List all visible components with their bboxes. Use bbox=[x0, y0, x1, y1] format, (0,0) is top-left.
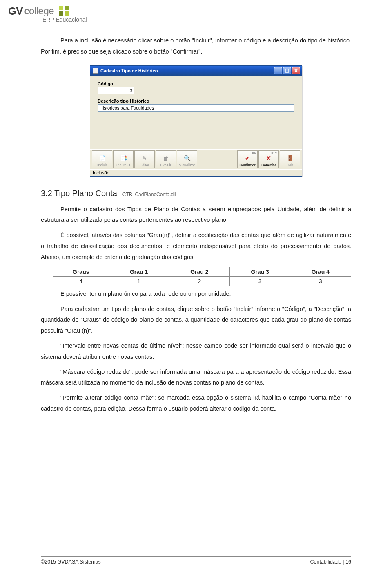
document-icon: 📄 bbox=[98, 154, 106, 162]
page-header: GVcollege ERP Educacional bbox=[0, 0, 392, 23]
paragraph-2: É possível, através das colunas "Grau(n)… bbox=[41, 230, 351, 262]
footer-page: Contabilidade | 16 bbox=[310, 559, 351, 565]
minimize-button[interactable] bbox=[274, 67, 282, 74]
excluir-button[interactable]: 🗑 Excluir bbox=[156, 150, 176, 168]
table-header: Grau 3 bbox=[230, 267, 290, 276]
paragraph-3: É possível ter um plano único para toda … bbox=[41, 288, 351, 300]
footer-copyright: ©2015 GVDASA Sistemas bbox=[41, 559, 101, 565]
sair-button[interactable]: 🚪 Sair bbox=[280, 150, 300, 168]
documents-icon: 📑 bbox=[119, 154, 127, 162]
logo-college-text: college bbox=[24, 5, 54, 17]
edit-icon: ✎ bbox=[140, 154, 149, 162]
descricao-label: Descrição tipo Histórico bbox=[98, 98, 294, 103]
intro-paragraph: Para a inclusão é necessário clicar sobr… bbox=[41, 35, 351, 57]
cancelar-button[interactable]: F12 ✘ Cancelar bbox=[258, 150, 279, 168]
maximize-button[interactable] bbox=[283, 67, 291, 74]
paragraph-5: "Intervalo entre novas contas do último … bbox=[41, 340, 351, 362]
table-row: 4 1 2 3 3 bbox=[53, 276, 351, 286]
svg-rect-2 bbox=[59, 11, 63, 16]
logo: GVcollege bbox=[8, 4, 384, 18]
window-toolbar: 📄 Incluir 📑 Inc. Mult ✎ Editar 🗑 Excluir bbox=[90, 149, 302, 169]
table-header: Grau 2 bbox=[169, 267, 229, 276]
svg-rect-3 bbox=[65, 11, 69, 16]
check-icon: ✔ bbox=[243, 154, 252, 162]
document-content: Para a inclusão é necessário clicar sobr… bbox=[0, 23, 392, 427]
section-heading: 3.2 Tipo Plano Conta - CTB_CadPlanoConta… bbox=[41, 189, 351, 198]
logo-gv-text: GV bbox=[8, 5, 23, 18]
editar-button[interactable]: ✎ Editar bbox=[134, 150, 155, 168]
table-cell: 4 bbox=[53, 276, 109, 286]
window-body: Código Descrição tipo Histórico bbox=[90, 76, 302, 149]
confirmar-button[interactable]: F9 ✔ Confirmar bbox=[237, 150, 258, 168]
svg-rect-5 bbox=[285, 69, 289, 72]
table-cell: 3 bbox=[230, 276, 290, 286]
grau-table: Graus Grau 1 Grau 2 Grau 3 Grau 4 4 1 2 … bbox=[53, 267, 351, 286]
table-header: Graus bbox=[53, 267, 109, 276]
table-header-row: Graus Grau 1 Grau 2 Grau 3 Grau 4 bbox=[53, 267, 351, 276]
table-cell: 3 bbox=[290, 276, 351, 286]
page-footer: ©2015 GVDASA Sistemas Contabilidade | 16 bbox=[41, 556, 351, 565]
logo-subtitle: ERP Educacional bbox=[42, 16, 384, 23]
screenshot-container: Cadastro Tipo de Histórico Código bbox=[41, 65, 351, 177]
paragraph-4: Para cadastrar um tipo de plano de conta… bbox=[41, 304, 351, 336]
codigo-input[interactable] bbox=[98, 87, 134, 94]
incluir-button[interactable]: 📄 Incluir bbox=[92, 150, 112, 168]
logo-puzzle-icon bbox=[57, 4, 71, 18]
table-cell: 1 bbox=[109, 276, 169, 286]
dialog-window: Cadastro Tipo de Histórico Código bbox=[90, 65, 302, 177]
table-header: Grau 1 bbox=[109, 267, 169, 276]
visualizar-button[interactable]: 🔍 Visualizar bbox=[177, 150, 197, 168]
window-app-icon bbox=[93, 68, 98, 74]
window-titlebar[interactable]: Cadastro Tipo de Histórico bbox=[90, 66, 302, 76]
svg-rect-4 bbox=[276, 72, 280, 72]
window-title: Cadastro Tipo de Histórico bbox=[100, 68, 158, 73]
close-button[interactable] bbox=[292, 67, 300, 74]
paragraph-6: "Máscara código reduzido": pode ser info… bbox=[41, 367, 351, 389]
exit-icon: 🚪 bbox=[286, 154, 294, 162]
view-icon: 🔍 bbox=[183, 154, 191, 162]
descricao-input[interactable] bbox=[98, 104, 294, 112]
table-header: Grau 4 bbox=[290, 267, 351, 276]
codigo-label: Código bbox=[98, 81, 294, 86]
inc-mult-button[interactable]: 📑 Inc. Mult bbox=[113, 150, 134, 168]
window-statusbar: Inclusão bbox=[90, 169, 302, 176]
trash-icon: 🗑 bbox=[162, 154, 170, 162]
svg-rect-1 bbox=[65, 6, 69, 10]
paragraph-1: Permite o cadastro dos Tipos de Plano de… bbox=[41, 204, 351, 226]
cancel-icon: ✘ bbox=[265, 154, 273, 162]
paragraph-7: "Permite alterar código conta mãe": se m… bbox=[41, 392, 351, 414]
svg-rect-0 bbox=[59, 6, 63, 10]
table-cell: 2 bbox=[169, 276, 229, 286]
